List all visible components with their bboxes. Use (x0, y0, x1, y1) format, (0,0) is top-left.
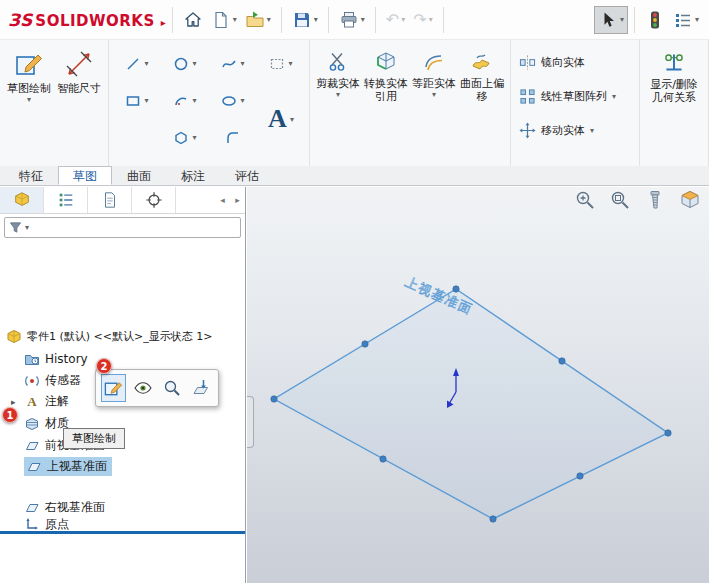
feature-tree: 零件1 (默认) <<默认>_显示状态 1> History 传感器 ▸ A 注… (0, 239, 245, 583)
magnifier-icon (609, 189, 631, 211)
tab-surfaces[interactable]: 曲面 (112, 166, 166, 185)
dropdown-caret-icon: ▾ (432, 90, 436, 99)
new-document-button[interactable]: ▾ (207, 6, 241, 34)
funnel-icon[interactable] (9, 221, 22, 234)
section-view-button[interactable] (679, 189, 701, 211)
configurationmanager-tab[interactable] (88, 187, 132, 213)
dropdown-caret-icon: ▾ (620, 15, 624, 24)
rollback-bar[interactable] (0, 531, 245, 534)
brand-name: SOLIDWORKS (35, 12, 154, 30)
panel-splitter-handle[interactable] (247, 396, 254, 448)
view-settings-button[interactable] (644, 189, 666, 211)
point-tool-button[interactable] (113, 123, 161, 153)
dropdown-caret-icon: ▾ (240, 59, 244, 68)
dropdown-caret-icon: ▾ (401, 15, 405, 24)
mirror-entities-icon (519, 54, 536, 71)
target-crosshair-icon (145, 191, 163, 209)
redo-icon: ↷ (413, 10, 426, 30)
separator (328, 7, 329, 33)
ribbon-group-relations: 显示/删除几何关系 (640, 40, 709, 166)
smart-dimension-label: 智能尺寸 (56, 82, 102, 95)
context-zoom-to-selection-button[interactable] (159, 374, 184, 402)
panel-tab-scroll-right[interactable]: ▸ (230, 187, 245, 213)
expand-arrow-icon[interactable]: ▸ (11, 397, 16, 407)
tab-markup[interactable]: 标注 (166, 166, 220, 185)
tree-item-history[interactable]: History (0, 349, 245, 368)
open-folder-icon (245, 10, 265, 30)
sketch-button[interactable]: 草图绘制 ▾ (4, 45, 54, 161)
options-list-button[interactable]: ▾ (669, 6, 703, 34)
redo-button[interactable]: ↷ ▾ (409, 6, 436, 34)
ribbon-group-modify: 剪裁实体 ▾ 转换实体引用 等距实体 ▾ 曲面上偏移 (310, 40, 511, 166)
tree-list-icon (57, 191, 75, 209)
dropdown-caret-icon: ▾ (144, 96, 148, 105)
separator (172, 7, 173, 33)
text-tool-button[interactable]: A ▾ (257, 104, 305, 134)
tab-features[interactable]: 特征 (4, 166, 58, 185)
surface-offset-button[interactable]: 曲面上偏移 (458, 45, 506, 161)
section-cube-icon (679, 189, 701, 211)
ellipse-tool-button[interactable]: ▾ (209, 86, 257, 116)
dropdown-caret-icon: ▾ (336, 90, 340, 99)
undo-button[interactable]: ↶ ▾ (382, 6, 409, 34)
trim-entities-button[interactable]: 剪裁实体 ▾ (314, 45, 362, 161)
home-button[interactable] (179, 6, 207, 34)
tree-item-label: History (45, 352, 88, 366)
dropdown-caret-icon[interactable]: ▾ (25, 223, 29, 232)
sketch-picture-tool-button[interactable]: ▾ (257, 49, 305, 79)
history-folder-icon (24, 351, 40, 367)
rectangle-tool-button[interactable]: ▾ (113, 86, 161, 116)
zoom-to-area-button[interactable] (574, 189, 596, 211)
part-icon (13, 191, 31, 209)
context-normal-to-button[interactable] (188, 374, 213, 402)
offset-entities-label: 等距实体 (411, 77, 457, 90)
zoom-to-fit-button[interactable] (609, 189, 631, 211)
open-button[interactable]: ▾ (241, 6, 275, 34)
part-icon (6, 329, 22, 345)
interference-check-button[interactable] (641, 6, 669, 34)
arc-tool-button[interactable]: ▾ (161, 86, 209, 116)
circle-tool-button[interactable]: ▾ (161, 49, 209, 79)
polygon-tool-button[interactable]: ▾ (161, 123, 209, 153)
propertymanager-tab[interactable] (44, 187, 88, 213)
offset-entities-button[interactable]: 等距实体 ▾ (410, 45, 458, 161)
line-icon (125, 56, 141, 72)
move-entities-label: 移动实体 (541, 123, 585, 138)
panel-tab-scroll-left[interactable]: ◂ (215, 187, 230, 213)
save-button[interactable]: ▾ (288, 6, 322, 34)
filter-input[interactable] (32, 219, 236, 236)
tab-sketch[interactable]: 草图 (58, 166, 112, 185)
dimxpert-tab[interactable] (132, 187, 176, 213)
brand-expand-arrow[interactable]: ▸ (161, 17, 166, 28)
select-tool-button[interactable]: ▾ (594, 6, 628, 34)
spline-tool-button[interactable]: ▾ (209, 49, 257, 79)
linear-pattern-button[interactable]: 线性草图阵列 ▾ (515, 86, 635, 107)
display-relations-button[interactable]: 显示/删除几何关系 (644, 45, 704, 161)
tab-evaluate[interactable]: 评估 (220, 166, 274, 185)
print-button[interactable]: ▾ (335, 6, 369, 34)
tree-item-label: 注解 (45, 393, 69, 410)
mirror-entities-button[interactable]: 镜向实体 (515, 52, 635, 73)
page-icon (101, 191, 119, 209)
rectangle-icon (125, 93, 141, 109)
cursor-arrow-icon (598, 10, 618, 30)
line-tool-button[interactable]: ▾ (113, 49, 161, 79)
smart-dimension-button[interactable]: 智能尺寸 (54, 45, 104, 161)
graphics-viewport[interactable]: 上视基准面 (247, 187, 709, 583)
convert-entities-icon (375, 51, 397, 73)
context-show-hide-button[interactable] (130, 374, 155, 402)
move-entities-button[interactable]: 移动实体 ▾ (515, 120, 635, 141)
polygon-icon (173, 130, 189, 146)
trim-entities-label: 剪裁实体 (315, 77, 361, 90)
traffic-light-icon (645, 10, 665, 30)
move-entities-icon (519, 122, 536, 139)
featuremanager-tab[interactable] (0, 187, 44, 213)
convert-entities-button[interactable]: 转换实体引用 (362, 45, 410, 161)
tree-item-top-plane[interactable]: 上视基准面 (0, 457, 245, 476)
context-sketch-button[interactable] (101, 374, 126, 402)
top-plane-face[interactable] (274, 289, 668, 519)
solidworks-logo: ЗS SOLIDWORKS ▸ (8, 10, 166, 30)
tree-item-part-root[interactable]: 零件1 (默认) <<默认>_显示状态 1> (0, 327, 245, 346)
fillet-tool-button[interactable] (209, 123, 257, 153)
eye-icon (133, 378, 153, 398)
